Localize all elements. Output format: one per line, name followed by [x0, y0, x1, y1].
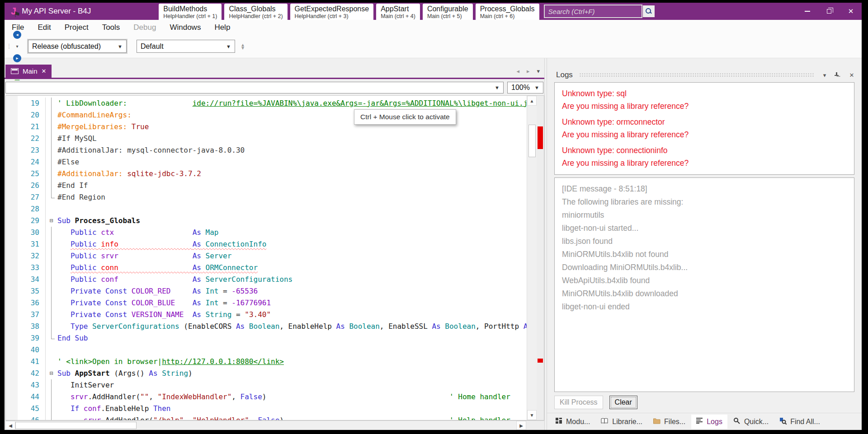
title-tab-class_globals[interactable]: Class_GlobalsHelpHandler (ctrl + 2)	[224, 4, 287, 20]
code-line[interactable]: 38 Type ServerConfigurations (EnableCORS…	[18, 321, 527, 332]
code-line[interactable]: 36 Private Const COLOR_BLUE As Int = -16…	[18, 297, 527, 309]
code-line[interactable]: 43 InitServer	[18, 379, 527, 391]
fold-toggle-icon[interactable]: ⊟	[46, 368, 57, 379]
fold-guide	[46, 168, 57, 180]
fold-toggle-icon[interactable]: ⊟	[46, 215, 57, 227]
menu-item-tools[interactable]: Tools	[102, 23, 120, 32]
code-line[interactable]: 35 Private Const COLOR_RED As Int = -655…	[18, 285, 527, 297]
code-line[interactable]: 26#End If	[18, 180, 527, 191]
minimize-button[interactable]	[797, 3, 818, 20]
code-line[interactable]: 19' LibDownloader: ide://run?file=%JAVAB…	[18, 98, 527, 109]
log-error-group: Unknown type: connectioninfoAre you miss…	[562, 144, 847, 169]
tab-scroll-left-icon[interactable]: ◂	[516, 68, 519, 75]
code-line[interactable]: 23#AdditionalJar: mysql-connector-java-8…	[18, 145, 527, 156]
clear-logs-button[interactable]: Clear	[609, 396, 637, 409]
code-line[interactable]: 22#If MySQL	[18, 133, 527, 145]
navigate-back-icon[interactable]: ◂	[11, 29, 23, 41]
panel-tab-files[interactable]: Files...	[648, 415, 690, 429]
menu-item-help[interactable]: Help	[214, 23, 230, 32]
log-message-line: Downloading MiniORMUtils.b4xlib...	[562, 261, 847, 274]
tab-main[interactable]: Main ✕	[5, 65, 52, 78]
log-message-line: MiniORMUtils.b4xlib not found	[562, 248, 847, 261]
vertical-scroll-thumb[interactable]	[528, 125, 536, 157]
code-line[interactable]: 33 Public conn As ORMConnector	[18, 262, 527, 274]
title-tab-getexpectedresponse[interactable]: GetExpectedResponseHelpHandler (ctrl + 3…	[290, 4, 374, 20]
title-tab-configurable[interactable]: ConfigurableMain (ctrl + 5)	[423, 4, 473, 20]
code-editor[interactable]: 19' LibDownloader: ide://run?file=%JAVAB…	[5, 95, 544, 420]
code-line[interactable]: 31 Public info As ConnectionInfo	[18, 238, 527, 250]
jump-to-sub-select[interactable]: ▼	[5, 82, 504, 93]
search-input[interactable]	[545, 8, 643, 15]
code-line[interactable]: 27#End Region	[18, 191, 527, 203]
fold-guide	[46, 121, 57, 133]
code-line[interactable]: 40	[18, 344, 527, 356]
title-tab-appstart[interactable]: AppStartMain (ctrl + 4)	[376, 4, 420, 20]
panel-tab-librarie[interactable]: Librarie...	[596, 415, 647, 429]
code-line[interactable]: 37 Private Const VERSION_NAME As String …	[18, 309, 527, 321]
back-history-caret-icon[interactable]: ▾	[11, 41, 23, 52]
editor-vertical-scrollbar[interactable]: ▲ ▼	[527, 96, 537, 420]
panel-drag-handle[interactable]	[579, 73, 814, 77]
toolbar-grip: ⁞	[8, 43, 9, 50]
menu-item-windows[interactable]: Windows	[170, 23, 201, 32]
restore-button[interactable]	[818, 3, 840, 20]
error-marker[interactable]	[538, 359, 543, 363]
layout-variant-select[interactable]: Default▼	[137, 40, 235, 53]
tab-list-chevron-icon[interactable]: ▾	[537, 68, 540, 75]
code-line[interactable]: 41' <link>Open in browser|http://127.0.0…	[18, 356, 527, 368]
log-message-line: miniormutils	[562, 209, 847, 222]
code-line[interactable]: 45 If conf.EnableHelp Then	[18, 403, 527, 415]
pin-icon[interactable]	[834, 72, 843, 79]
title-tab-shortcut: HelpHandler (ctrl + 3)	[295, 13, 369, 19]
panel-tab-logs[interactable]: Logs	[691, 415, 727, 429]
panel-chevron-down-icon[interactable]: ▾	[820, 72, 829, 79]
chevron-down-icon: ▼	[495, 85, 500, 90]
code-line[interactable]: 39End Sub	[18, 332, 527, 344]
line-number: 33	[18, 262, 46, 274]
redo-icon[interactable]: ↷	[11, 0, 23, 1]
scroll-right-icon[interactable]: ▶	[516, 421, 526, 430]
kill-process-button[interactable]: Kill Process	[554, 396, 603, 409]
scroll-down-icon[interactable]: ▼	[527, 410, 537, 420]
code-text: Sub AppStart (Args() As String)	[57, 368, 527, 379]
code-line[interactable]: 44 srvr.AddHandler("", "IndexWebHandler"…	[18, 391, 527, 403]
log-errors-box[interactable]: Unknown type: sqlAre you missing a libra…	[554, 82, 854, 175]
error-marker[interactable]	[538, 126, 543, 149]
close-button[interactable]: ✕	[840, 3, 862, 20]
search-icon[interactable]	[643, 5, 655, 17]
code-line[interactable]: 30 Public ctx As Map	[18, 227, 527, 238]
toolbar-overflow-icon[interactable]: ▴▾	[241, 43, 244, 50]
panel-close-icon[interactable]: ✕	[847, 72, 856, 79]
code-line[interactable]: 42⊟Sub AppStart (Args() As String)	[18, 368, 527, 379]
code-line[interactable]: 24#Else	[18, 156, 527, 168]
code-line[interactable]: 28	[18, 203, 527, 215]
editor-horizontal-scrollbar[interactable]: ◀ ▶	[5, 420, 544, 430]
scroll-up-icon[interactable]: ▲	[527, 96, 537, 106]
error-annotation-strip[interactable]	[537, 96, 544, 420]
panel-tab-modu[interactable]: Modu...	[551, 414, 595, 429]
editor-zoom-select[interactable]: 100%▼	[507, 82, 543, 93]
menu-item-project[interactable]: Project	[65, 23, 89, 32]
code-text: If conf.EnableHelp Then	[57, 403, 527, 415]
code-line[interactable]: 25#AdditionalJar: sqlite-jdbc-3.7.2	[18, 168, 527, 180]
code-line[interactable]: 46 srvr.AddHandler("/help", "HelpHandler…	[18, 415, 527, 420]
horizontal-scroll-thumb[interactable]	[15, 422, 137, 429]
close-tab-icon[interactable]: ✕	[42, 68, 47, 75]
search-box[interactable]	[544, 5, 642, 18]
log-messages-box[interactable]: [IDE message - 8:51:18]The following lib…	[554, 177, 854, 392]
breakpoint-gutter[interactable]	[6, 96, 18, 420]
code-line[interactable]: 29⊟Sub Process_Globals	[18, 215, 527, 227]
title-tab-process_globals[interactable]: Process_GlobalsMain (ctrl + 6)	[476, 4, 539, 20]
panel-tab-quick[interactable]: Quick...	[728, 414, 774, 429]
menu-item-edit[interactable]: Edit	[38, 23, 51, 32]
scroll-left-icon[interactable]: ◀	[5, 421, 15, 430]
title-tab-buildmethods[interactable]: BuildMethodsHelpHandler (ctrl + 1)	[159, 4, 222, 20]
code-line[interactable]: 34 Public conf As ServerConfigurations	[18, 274, 527, 285]
code-line[interactable]: 32 Public srvr As Server	[18, 250, 527, 262]
code-text: #Else	[57, 156, 527, 168]
menu-item-debug[interactable]: Debug	[133, 23, 156, 32]
build-configuration-select[interactable]: Release (obfuscated)▼	[28, 40, 127, 53]
bookmark-icon[interactable]: ⚑	[11, 9, 23, 21]
tab-scroll-right-icon[interactable]: ▸	[527, 68, 530, 75]
panel-tab-findall[interactable]: Find All...	[774, 414, 825, 429]
